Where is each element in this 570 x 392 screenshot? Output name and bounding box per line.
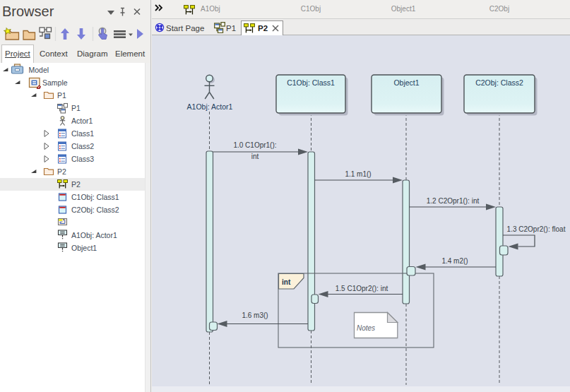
svg-text:P1: P1: [57, 91, 66, 100]
svg-text:Notes: Notes: [357, 324, 375, 332]
svg-text:C1Obj: Class1: C1Obj: Class1: [71, 193, 119, 201]
svg-text:A1Obj: Actor1: A1Obj: Actor1: [71, 231, 117, 239]
svg-text:int: int: [282, 278, 291, 286]
svg-text:Object1: Object1: [71, 244, 97, 252]
svg-text:Class3: Class3: [71, 155, 94, 163]
svg-text:1.6 m3(): 1.6 m3(): [242, 311, 268, 319]
svg-text:Class2: Class2: [71, 142, 94, 150]
svg-text:1.1 m1(): 1.1 m1(): [345, 170, 371, 178]
svg-text:Sample: Sample: [42, 78, 68, 87]
svg-text:1.5 C1Opr2(): int: 1.5 C1Opr2(): int: [336, 285, 388, 292]
svg-text:1.3 C2Opr2(): float: 1.3 C2Opr2(): float: [507, 225, 566, 233]
svg-text:A1Obj: Actor1: A1Obj: Actor1: [187, 102, 233, 111]
svg-text:C1Obj: Class1: C1Obj: Class1: [287, 78, 335, 87]
svg-text:C2Obj: Class2: C2Obj: Class2: [71, 206, 119, 214]
svg-text:Model: Model: [29, 66, 49, 74]
svg-text:Actor1: Actor1: [71, 117, 93, 125]
svg-text:Class1: Class1: [71, 129, 94, 138]
svg-text:Object1: Object1: [393, 78, 419, 87]
svg-text:P2: P2: [57, 167, 66, 176]
svg-text:C2Obj: Class2: C2Obj: Class2: [475, 78, 523, 87]
svg-text:1.4 m2(): 1.4 m2(): [441, 257, 468, 265]
svg-text:1.2 C2Opr1(): int: 1.2 C2Opr1(): int: [427, 197, 480, 205]
svg-text:int: int: [251, 153, 259, 160]
svg-text:P1: P1: [71, 104, 81, 112]
svg-text:P2: P2: [71, 180, 81, 189]
svg-text:1.0 C1Opr1():: 1.0 C1Opr1():: [233, 141, 276, 149]
